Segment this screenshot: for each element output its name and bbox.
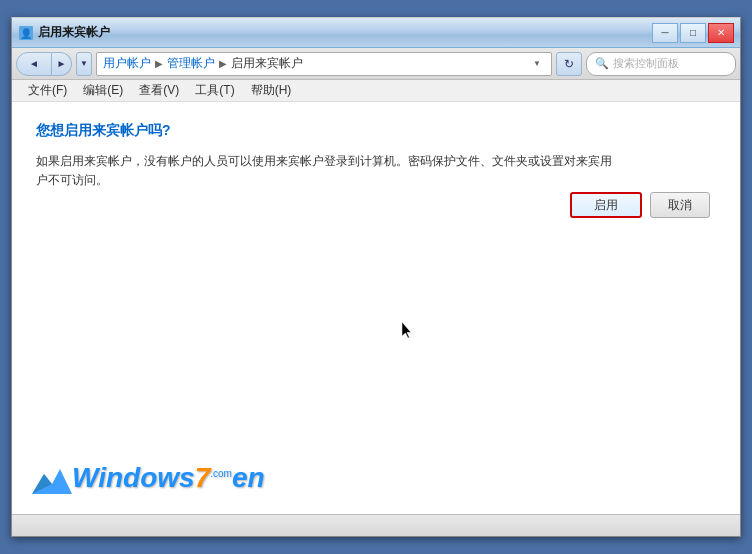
- breadcrumb-sep-1: ▶: [155, 58, 163, 69]
- mouse-cursor: [402, 322, 414, 340]
- mountain-icon: [32, 464, 72, 494]
- menu-tools[interactable]: 工具(T): [187, 80, 242, 101]
- question-title: 您想启用来宾帐户吗?: [36, 122, 716, 140]
- menu-edit[interactable]: 编辑(E): [75, 80, 131, 101]
- content-area: 您想启用来宾帐户吗? 如果启用来宾帐户，没有帐户的人员可以使用来宾帐户登录到计算…: [12, 102, 740, 514]
- breadcrumb-users[interactable]: 用户帐户: [103, 55, 151, 72]
- address-bar: ◄ ► ▼ 用户帐户 ▶ 管理帐户 ▶ 启用来宾帐户 ▼ ↻ 🔍 搜索控制面板: [12, 48, 740, 80]
- breadcrumb-bar: 用户帐户 ▶ 管理帐户 ▶ 启用来宾帐户 ▼: [96, 52, 552, 76]
- svg-text:👤: 👤: [20, 27, 33, 40]
- refresh-button[interactable]: ↻: [556, 52, 582, 76]
- minimize-button[interactable]: ─: [652, 23, 678, 43]
- menu-view[interactable]: 查看(V): [131, 80, 187, 101]
- breadcrumb-manage[interactable]: 管理帐户: [167, 55, 215, 72]
- window-icon: 👤: [18, 25, 34, 41]
- window-title: 启用来宾帐户: [38, 24, 652, 41]
- breadcrumb-dropdown-icon[interactable]: ▼: [529, 53, 545, 75]
- menu-bar: 文件(F) 编辑(E) 查看(V) 工具(T) 帮助(H): [12, 80, 740, 102]
- search-bar[interactable]: 🔍 搜索控制面板: [586, 52, 736, 76]
- forward-button[interactable]: ►: [52, 52, 72, 76]
- menu-file[interactable]: 文件(F): [20, 80, 75, 101]
- status-bar: [12, 514, 740, 536]
- enable-button[interactable]: 启用: [570, 192, 642, 218]
- close-button[interactable]: ✕: [708, 23, 734, 43]
- breadcrumb-current: 启用来宾帐户: [231, 55, 303, 72]
- back-arrow-icon: ◄: [29, 58, 39, 69]
- button-area: 启用 取消: [570, 192, 710, 218]
- refresh-icon: ↻: [564, 57, 574, 71]
- watermark: Windows7.comen: [32, 462, 265, 494]
- watermark-windows: Windows7.comen: [72, 462, 265, 494]
- nav-button-group: ◄ ►: [16, 52, 72, 76]
- forward-arrow-icon: ►: [57, 58, 67, 69]
- maximize-button[interactable]: □: [680, 23, 706, 43]
- main-window: 👤 启用来宾帐户 ─ □ ✕ ◄ ► ▼ 用户帐户 ▶ 管理帐户 ▶ 启用来宾帐…: [11, 17, 741, 537]
- title-buttons: ─ □ ✕: [652, 23, 734, 43]
- search-placeholder: 搜索控制面板: [613, 56, 679, 71]
- down-arrow-button[interactable]: ▼: [76, 52, 92, 76]
- description-text: 如果启用来宾帐户，没有帐户的人员可以使用来宾帐户登录到计算机。密码保护文件、文件…: [36, 152, 616, 190]
- breadcrumb-sep-2: ▶: [219, 58, 227, 69]
- search-icon: 🔍: [595, 57, 609, 70]
- cancel-button[interactable]: 取消: [650, 192, 710, 218]
- back-button[interactable]: ◄: [16, 52, 52, 76]
- title-bar: 👤 启用来宾帐户 ─ □ ✕: [12, 18, 740, 48]
- menu-help[interactable]: 帮助(H): [243, 80, 300, 101]
